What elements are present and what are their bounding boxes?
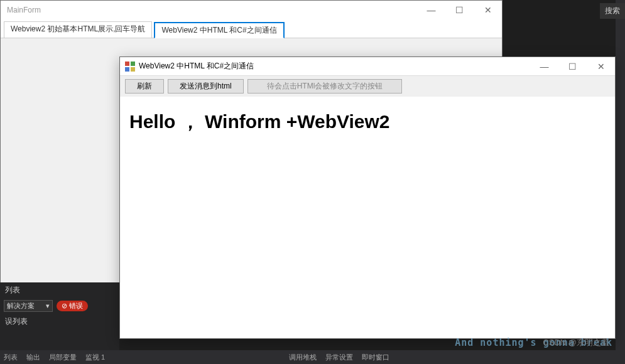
- csdn-watermark: CSDN @东明之羞: [543, 337, 609, 348]
- main-window-title: MainForm: [7, 6, 41, 14]
- child-content: Hello ， Winform +WebView2: [120, 97, 615, 147]
- ide-filter-row: 解决方案 ▾ ⊘ 错误: [0, 298, 119, 314]
- chevron-down-icon: ▾: [46, 302, 50, 310]
- send-message-button[interactable]: 发送消息到html: [168, 79, 244, 94]
- tab-webview-basic[interactable]: Webview2 初始基本HTML展示,回车导航: [4, 21, 152, 38]
- child-title-group: WebView2 中HTML 和C#之间通信: [125, 61, 254, 72]
- content-heading: Hello ， Winform +WebView2: [129, 109, 606, 135]
- main-titlebar[interactable]: MainForm — ☐ ✕: [1, 1, 502, 19]
- app-icon: [125, 62, 135, 72]
- child-close-button[interactable]: ✕: [587, 57, 615, 76]
- minimize-button[interactable]: —: [417, 1, 445, 19]
- bottom-tab-watch[interactable]: 监视 1: [85, 353, 105, 362]
- dropdown-label: 解决方案: [7, 301, 35, 311]
- close-button[interactable]: ✕: [474, 1, 502, 19]
- tab-webview-comm[interactable]: WebView2 中HTML 和C#之间通信: [154, 22, 284, 38]
- refresh-button[interactable]: 刷新: [125, 79, 164, 94]
- child-window: WebView2 中HTML 和C#之间通信 — ☐ ✕ 刷新 发送消息到htm…: [119, 56, 616, 339]
- error-list-label: 误列表: [0, 314, 119, 329]
- bottom-tab-exceptions[interactable]: 异常设置: [325, 353, 353, 362]
- solution-dropdown[interactable]: 解决方案 ▾: [4, 300, 53, 312]
- ide-bottom-mid: 调用堆栈 异常设置 即时窗口: [289, 353, 389, 362]
- bottom-tab-output[interactable]: 输出: [26, 353, 40, 362]
- bottom-tab-callstack[interactable]: 调用堆栈: [289, 353, 317, 362]
- child-minimize-button[interactable]: —: [530, 57, 558, 76]
- ide-search-box[interactable]: 搜索: [600, 3, 625, 19]
- ide-right-panel: [616, 0, 625, 364]
- error-badge[interactable]: ⊘ 错误: [57, 301, 88, 311]
- pending-button[interactable]: 待会点击HTMl会被修改文字的按钮: [247, 79, 403, 94]
- main-window-controls: — ☐ ✕: [417, 1, 502, 19]
- ide-list-tab[interactable]: 列表: [0, 282, 119, 298]
- child-window-controls: — ☐ ✕: [530, 57, 615, 76]
- child-maximize-button[interactable]: ☐: [558, 57, 587, 76]
- error-icon: ⊘: [62, 302, 67, 310]
- child-window-title: WebView2 中HTML 和C#之间通信: [139, 61, 254, 72]
- maximize-button[interactable]: ☐: [445, 1, 474, 19]
- bottom-tab-locals[interactable]: 局部变量: [49, 353, 77, 362]
- child-toolbar: 刷新 发送消息到html 待会点击HTMl会被修改文字的按钮: [120, 76, 615, 97]
- main-tabs: Webview2 初始基本HTML展示,回车导航 WebView2 中HTML …: [1, 19, 502, 38]
- bottom-tab-immediate[interactable]: 即时窗口: [362, 353, 389, 362]
- bottom-tab-list[interactable]: 列表: [4, 353, 18, 362]
- error-label: 错误: [69, 301, 83, 311]
- child-titlebar[interactable]: WebView2 中HTML 和C#之间通信 — ☐ ✕: [120, 57, 615, 76]
- ide-bottom-bar: 列表 输出 局部变量 监视 1 调用堆栈 异常设置 即时窗口: [0, 350, 625, 364]
